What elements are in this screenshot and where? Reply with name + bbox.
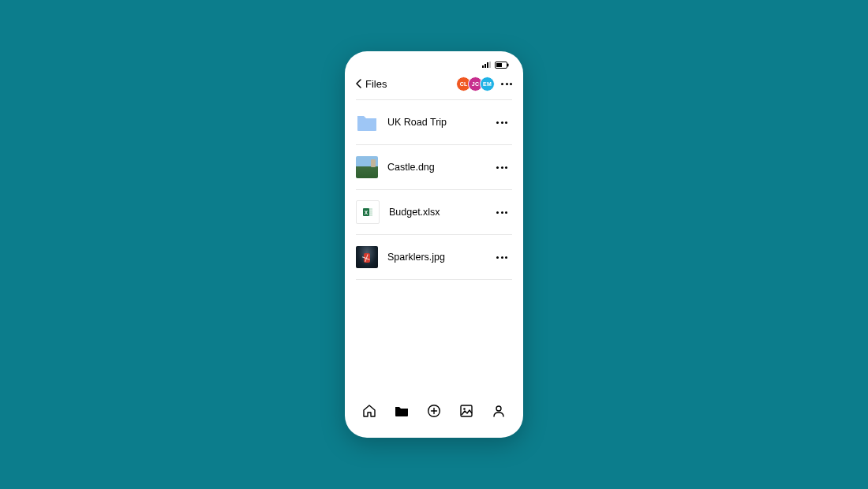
image-thumbnail — [356, 156, 378, 178]
folder-icon — [356, 111, 378, 133]
file-name: Budget.xlsx — [389, 207, 482, 218]
item-more-button[interactable] — [492, 162, 512, 174]
image-thumbnail — [356, 246, 378, 268]
more-icon — [496, 121, 507, 124]
header: Files CL JC EM — [345, 73, 523, 99]
file-list: UK Road Trip Castle.dng X — [345, 99, 523, 280]
svg-rect-1 — [485, 64, 486, 68]
battery-icon — [495, 62, 509, 69]
item-more-button[interactable] — [492, 252, 512, 263]
list-item[interactable]: Castle.dng — [356, 144, 512, 189]
status-bar — [345, 56, 523, 73]
photo-icon — [459, 404, 473, 421]
item-more-button[interactable] — [492, 117, 512, 129]
shared-avatars[interactable]: CL JC EM — [456, 77, 495, 91]
svg-rect-0 — [482, 65, 484, 68]
tab-photos[interactable] — [454, 400, 479, 425]
tab-files[interactable] — [389, 400, 414, 425]
svg-rect-13 — [369, 215, 372, 216]
tab-bar — [345, 394, 523, 438]
chevron-left-icon — [356, 77, 362, 91]
folder-icon — [395, 405, 409, 420]
list-item[interactable]: UK Road Trip — [356, 99, 512, 144]
svg-point-19 — [496, 406, 501, 411]
tab-home[interactable] — [357, 400, 382, 425]
header-more-button[interactable] — [501, 83, 512, 85]
list-item[interactable]: X Budget.xlsx — [356, 189, 512, 234]
more-icon — [496, 211, 507, 214]
more-icon — [501, 83, 512, 85]
home-icon — [362, 404, 376, 421]
item-more-button[interactable] — [492, 207, 512, 218]
more-icon — [496, 256, 507, 259]
svg-rect-11 — [369, 211, 372, 212]
svg-rect-6 — [496, 63, 502, 67]
more-icon — [496, 166, 507, 169]
avatar: EM — [480, 77, 495, 91]
phone-frame: Files CL JC EM UK Road Trip — [345, 51, 523, 438]
svg-text:X: X — [365, 210, 369, 215]
tab-add[interactable] — [421, 400, 447, 425]
person-icon — [492, 404, 506, 421]
svg-rect-10 — [369, 208, 372, 210]
file-name: Castle.dng — [387, 162, 482, 173]
tab-account[interactable] — [486, 400, 511, 425]
file-name: Sparklers.jpg — [387, 252, 482, 263]
file-name: UK Road Trip — [387, 117, 482, 128]
svg-rect-12 — [369, 212, 372, 214]
svg-point-18 — [463, 408, 466, 410]
back-button[interactable]: Files — [356, 77, 387, 91]
plus-circle-icon — [427, 404, 441, 421]
svg-rect-3 — [489, 62, 491, 68]
signal-icon — [482, 62, 491, 68]
xlsx-icon: X — [356, 200, 380, 224]
svg-rect-5 — [507, 63, 509, 66]
svg-rect-2 — [487, 62, 488, 68]
list-item[interactable]: Sparklers.jpg — [356, 234, 512, 280]
back-label: Files — [365, 78, 387, 90]
